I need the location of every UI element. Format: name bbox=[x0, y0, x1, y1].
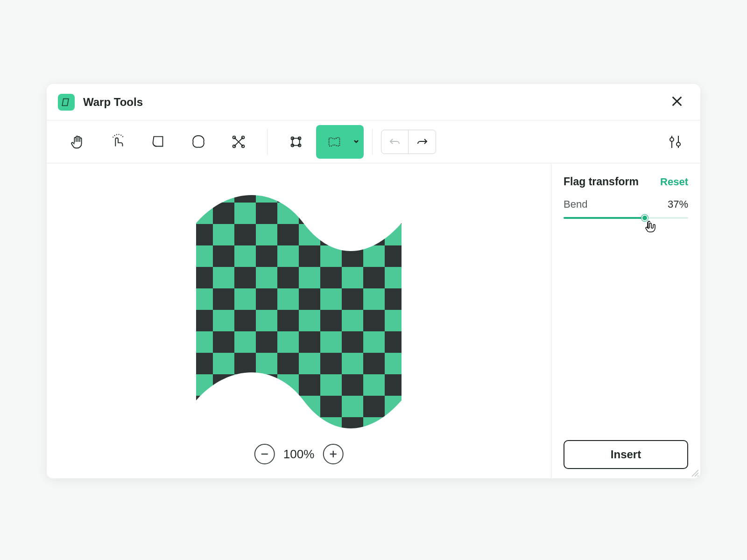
warp-tools-window: Warp Tools bbox=[47, 84, 700, 478]
panel-header: Flag transform Reset bbox=[564, 175, 688, 188]
warp-tool-button[interactable] bbox=[98, 125, 138, 159]
toolbar-divider bbox=[267, 129, 268, 155]
toolbar bbox=[47, 120, 700, 163]
fold-icon bbox=[149, 133, 167, 151]
undo-icon bbox=[389, 137, 401, 147]
crop-tool-button[interactable] bbox=[218, 125, 259, 159]
panel-title: Flag transform bbox=[564, 175, 639, 188]
finger-warp-icon bbox=[109, 133, 127, 151]
flag-icon bbox=[325, 133, 343, 151]
toolbar-divider bbox=[372, 129, 373, 155]
warp-app-glyph-icon bbox=[61, 97, 71, 107]
redo-button[interactable] bbox=[409, 130, 436, 154]
slider-fill bbox=[564, 217, 645, 219]
reset-button[interactable]: Reset bbox=[660, 176, 688, 188]
slider-thumb[interactable] bbox=[641, 215, 648, 221]
hand-icon bbox=[69, 133, 87, 151]
bend-label: Bend bbox=[564, 198, 587, 210]
zoom-level: 100% bbox=[283, 447, 315, 462]
adjustments-button[interactable] bbox=[661, 128, 689, 156]
redo-icon bbox=[416, 137, 428, 147]
blob-tool-button[interactable] bbox=[178, 125, 218, 159]
zoom-out-button[interactable] bbox=[254, 444, 275, 464]
close-button[interactable] bbox=[667, 91, 687, 113]
svg-line-19 bbox=[692, 470, 698, 476]
undo-button[interactable] bbox=[381, 130, 409, 154]
resize-grip-icon bbox=[690, 468, 698, 476]
pan-tool-button[interactable] bbox=[58, 125, 98, 159]
bend-value: 37% bbox=[668, 198, 688, 210]
mesh-icon bbox=[287, 133, 305, 151]
scissors-cross-icon bbox=[230, 133, 247, 151]
close-icon bbox=[670, 95, 684, 108]
blob-icon bbox=[190, 133, 207, 151]
mesh-tool-button[interactable] bbox=[276, 125, 316, 159]
toolbar-right bbox=[661, 128, 689, 156]
zoom-controls: 100% bbox=[254, 444, 344, 464]
plus-icon bbox=[328, 449, 338, 459]
cursor-pointer-icon bbox=[643, 220, 656, 233]
content-area: 100% Flag transform Reset Bend 37% bbox=[47, 163, 700, 478]
panel-footer: Insert bbox=[564, 440, 688, 469]
app-icon bbox=[58, 94, 75, 111]
zoom-in-button[interactable] bbox=[323, 444, 343, 464]
canvas[interactable]: 100% bbox=[47, 163, 551, 478]
tool-group-b bbox=[276, 125, 364, 159]
flag-tool-button[interactable] bbox=[316, 125, 364, 159]
history-group bbox=[381, 130, 436, 154]
bend-slider-row: Bend 37% bbox=[564, 198, 688, 210]
svg-point-12 bbox=[677, 142, 680, 146]
flag-tool-dropdown[interactable] bbox=[353, 138, 359, 146]
chevron-down-icon bbox=[353, 139, 359, 144]
tool-group-a bbox=[58, 125, 259, 159]
resize-handle[interactable] bbox=[690, 468, 698, 476]
svg-point-10 bbox=[670, 138, 674, 141]
fold-tool-button[interactable] bbox=[138, 125, 178, 159]
sliders-icon bbox=[667, 134, 683, 150]
insert-button[interactable]: Insert bbox=[564, 440, 688, 469]
minus-icon bbox=[260, 449, 269, 459]
warped-checker-preview bbox=[191, 181, 406, 442]
bend-slider[interactable] bbox=[564, 217, 688, 219]
undo-redo-group bbox=[381, 130, 436, 154]
title-left: Warp Tools bbox=[58, 94, 143, 111]
svg-line-21 bbox=[698, 476, 698, 476]
properties-panel: Flag transform Reset Bend 37% Insert bbox=[551, 163, 700, 478]
window-title: Warp Tools bbox=[83, 96, 143, 109]
titlebar: Warp Tools bbox=[47, 84, 700, 120]
